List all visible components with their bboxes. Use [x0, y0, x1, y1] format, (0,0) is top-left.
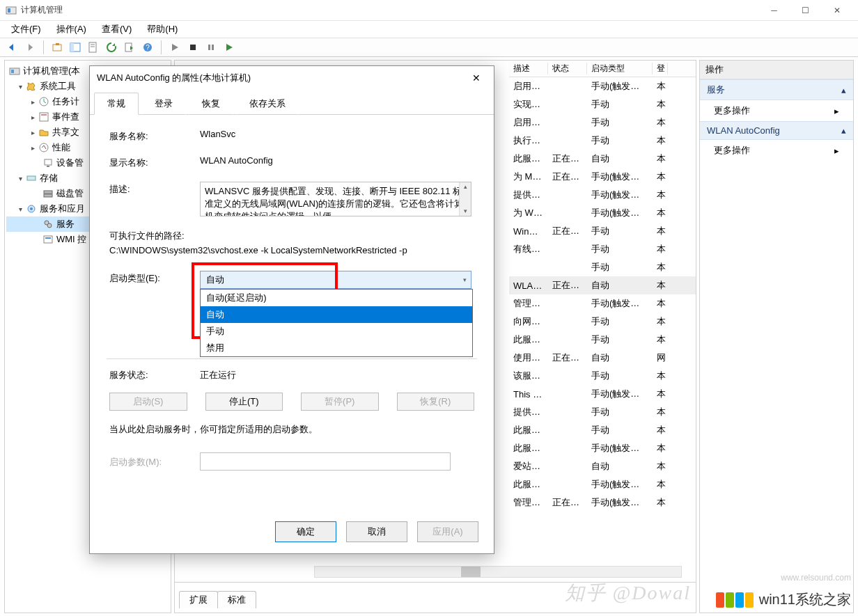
desc-scrollbar[interactable]: ▴▾ [459, 182, 471, 216]
dialog-footer: 确定 取消 应用(A) [275, 521, 478, 542]
svg-rect-18 [41, 114, 47, 116]
table-row[interactable]: 此服…手动本 [509, 421, 696, 439]
table-row[interactable]: 为 M…正在…手动(触发…本 [509, 168, 696, 186]
table-row[interactable]: 此服…手动(触发…本 [509, 439, 696, 457]
tab-general[interactable]: 常规 [94, 93, 139, 115]
col-logon[interactable]: 登 [653, 63, 668, 74]
restart-icon[interactable] [221, 40, 237, 55]
svg-rect-11 [190, 45, 196, 50]
table-row[interactable]: 为 W…手动(触发…本 [509, 204, 696, 222]
table-row[interactable]: 执行…手动本 [509, 132, 696, 150]
label-display-name: 显示名称: [109, 155, 200, 169]
table-row[interactable]: 此服…手动(触发…本 [509, 475, 696, 493]
svg-text:?: ? [146, 44, 150, 52]
tab-standard[interactable]: 标准 [217, 591, 256, 608]
resume-button: 恢复(R) [397, 393, 475, 411]
close-button[interactable]: ✕ [821, 1, 852, 20]
col-state[interactable]: 状态 [548, 63, 587, 74]
forward-button[interactable] [22, 40, 38, 55]
svg-rect-17 [40, 113, 48, 121]
col-start[interactable]: 启动类型 [587, 63, 653, 74]
opt-auto-delayed[interactable]: 自动(延迟启动) [201, 290, 472, 306]
dialog-close-button[interactable]: ✕ [466, 72, 487, 84]
table-row[interactable]: 此服…正在…自动本 [509, 150, 696, 168]
label-start-params: 启动参数(M): [109, 455, 200, 468]
start-note: 当从此处启动服务时，你可指定所适用的启动参数。 [109, 423, 474, 436]
back-button[interactable] [4, 40, 20, 55]
menu-help[interactable]: 帮助(H) [143, 22, 182, 37]
help-icon[interactable]: ? [140, 40, 155, 55]
table-row[interactable]: 提供…手动(触发…本 [509, 186, 696, 204]
menu-action[interactable]: 操作(A) [52, 22, 91, 37]
table-row[interactable]: 启用…手动(触发…本 [509, 77, 696, 95]
svg-rect-15 [11, 70, 14, 73]
pause-icon[interactable] [203, 40, 219, 55]
table-row[interactable]: This …手动(触发…本 [509, 385, 696, 403]
stop-icon[interactable] [185, 40, 201, 55]
tab-logon[interactable]: 登录 [141, 93, 186, 115]
chevron-right-icon: ▸ [834, 145, 839, 156]
ok-button[interactable]: 确定 [275, 521, 336, 542]
svg-rect-4 [70, 43, 74, 52]
cancel-button[interactable]: 取消 [346, 521, 407, 542]
table-row[interactable]: Win…正在…手动本 [509, 222, 696, 240]
chevron-right-icon: ▸ [834, 106, 839, 116]
label-exe-path: 可执行文件的路径: [109, 229, 474, 244]
minimize-button[interactable]: ─ [758, 1, 790, 20]
section-wlan[interactable]: WLAN AutoConfig ▴ [700, 121, 853, 140]
table-row[interactable]: 向网…手动本 [509, 313, 696, 331]
maximize-button[interactable]: ☐ [790, 1, 821, 20]
table-row[interactable]: 此服…手动本 [509, 331, 696, 349]
menu-view[interactable]: 查看(V) [98, 22, 136, 37]
col-desc[interactable]: 描述 [509, 63, 548, 74]
table-row[interactable]: 该服…手动本 [509, 367, 696, 385]
table-row[interactable]: 手动本 [509, 258, 696, 276]
table-row[interactable]: 有线…手动本 [509, 240, 696, 258]
table-row[interactable]: 管理…正在…手动(触发…本 [509, 493, 696, 512]
table-row[interactable]: 提供…手动本 [509, 403, 696, 421]
description-box[interactable]: WLANSVC 服务提供配置、发现、连接、断开与 IEEE 802.11 标准定… [200, 182, 471, 216]
svg-rect-1 [8, 8, 10, 13]
more-actions-services[interactable]: 更多操作 ▸ [700, 100, 853, 121]
list-rows[interactable]: 启用…手动(触发…本实现…手动本启用…手动本执行…手动本此服…正在…自动本为 M… [509, 77, 696, 512]
section-services[interactable]: 服务 ▴ [700, 79, 853, 100]
table-row[interactable]: 启用…手动本 [509, 113, 696, 132]
opt-manual[interactable]: 手动 [201, 323, 472, 340]
properties-icon[interactable] [86, 40, 101, 55]
window-controls: ─ ☐ ✕ [758, 1, 852, 20]
show-hide-tree-icon[interactable] [68, 40, 83, 55]
table-row[interactable]: 使用…正在…自动网 [509, 349, 696, 367]
value-exe-path: C:\WINDOWS\system32\svchost.exe -k Local… [109, 244, 474, 258]
menu-file[interactable]: 文件(F) [7, 22, 45, 37]
toolbar: ? [0, 38, 858, 57]
value-service-status: 正在运行 [200, 369, 236, 381]
play-icon[interactable] [167, 40, 182, 55]
collapse-icon: ▴ [841, 125, 846, 136]
watermark-relsound: www.relsound.com [781, 573, 851, 583]
tab-recovery[interactable]: 恢复 [189, 93, 233, 115]
menubar: 文件(F) 操作(A) 查看(V) 帮助(H) [0, 21, 858, 38]
more-actions-wlan[interactable]: 更多操作 ▸ [700, 140, 853, 161]
svg-rect-12 [208, 45, 210, 50]
table-row[interactable]: WLA…正在…自动本 [509, 276, 696, 294]
svg-rect-21 [47, 166, 49, 167]
table-row[interactable]: 爱站…自动本 [509, 457, 696, 475]
startup-type-dropdown[interactable]: 自动(延迟启动) 自动 手动 禁用 [200, 289, 473, 357]
table-row[interactable]: 管理…手动(触发…本 [509, 294, 696, 313]
tab-dependencies[interactable]: 依存关系 [236, 93, 299, 115]
export-icon[interactable] [122, 40, 137, 55]
up-button[interactable] [49, 40, 65, 55]
opt-auto[interactable]: 自动 [201, 306, 472, 323]
actions-panel: 操作 服务 ▴ 更多操作 ▸ WLAN AutoConfig ▴ 更多操作 ▸ [699, 60, 854, 613]
opt-disabled[interactable]: 禁用 [201, 340, 472, 356]
horizontal-scrollbar[interactable] [314, 566, 682, 578]
table-row[interactable]: 实现…手动本 [509, 95, 696, 113]
list-header: 描述 状态 启动类型 登 [509, 61, 696, 77]
startup-type-combo[interactable]: 自动 ▾ 自动(延迟启动) 自动 手动 禁用 [200, 271, 471, 289]
tab-extended[interactable]: 扩展 [179, 591, 218, 608]
svg-rect-23 [44, 191, 52, 194]
stop-button[interactable]: 停止(T) [205, 393, 283, 411]
svg-point-26 [30, 207, 33, 210]
svg-rect-24 [44, 194, 52, 197]
refresh-icon[interactable] [104, 40, 119, 55]
